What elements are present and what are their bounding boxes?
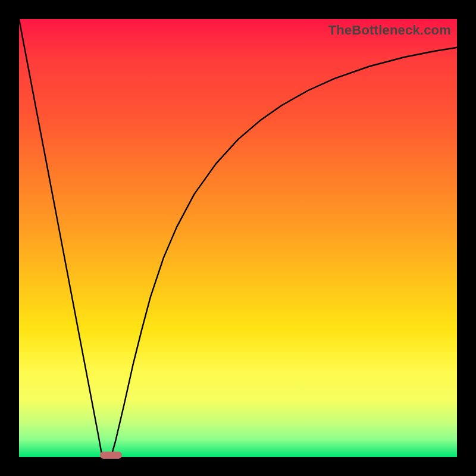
optimal-marker — [100, 452, 122, 459]
chart-frame: TheBottleneck.com — [0, 0, 476, 476]
bottleneck-curve — [19, 19, 457, 457]
curve-path — [19, 19, 457, 457]
chart-plot-area: TheBottleneck.com — [19, 19, 457, 457]
